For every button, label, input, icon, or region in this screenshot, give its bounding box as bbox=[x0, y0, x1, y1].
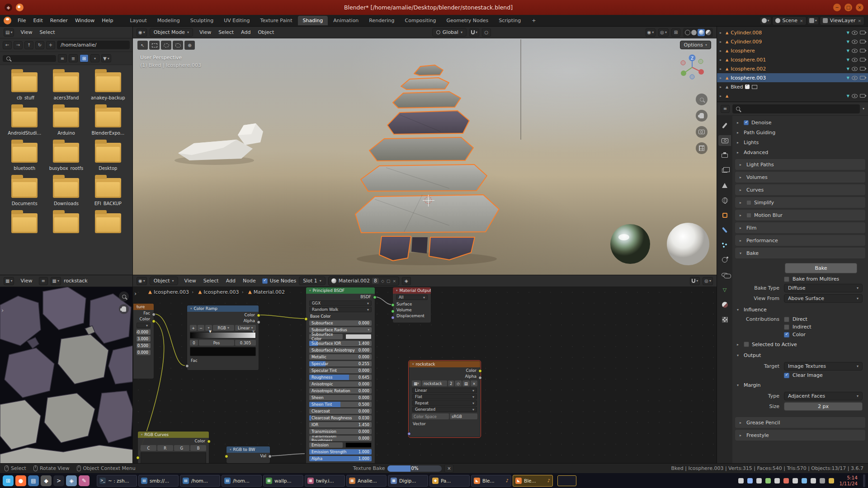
folder-item[interactable] bbox=[4, 213, 45, 236]
tray-icon[interactable] bbox=[829, 478, 834, 483]
tray-icon[interactable] bbox=[738, 478, 744, 483]
node-rgb-curves[interactable]: ▾RGB Curves Color C R G B bbox=[137, 431, 209, 463]
taskbar-window-button[interactable]: ◆ Pa... ♪ bbox=[429, 475, 470, 487]
tray-icon[interactable] bbox=[747, 478, 753, 483]
panel-section[interactable]: ▸ Curves bbox=[735, 184, 865, 195]
outliner-row[interactable]: ▸ ▲ Bked ▼ bbox=[717, 82, 868, 91]
viewport-menu[interactable]: Add bbox=[237, 28, 254, 37]
pin-icon[interactable]: ◈ bbox=[402, 277, 411, 285]
checkbox-icon[interactable] bbox=[745, 84, 750, 89]
file-search-input[interactable] bbox=[3, 55, 56, 62]
bake-button[interactable]: Bake bbox=[785, 263, 857, 273]
node-principled-bsdf[interactable]: ▾Principled BSDF BSDF GGX▾ Random Walk▾ … bbox=[306, 287, 375, 463]
curve-r-button[interactable]: R bbox=[157, 445, 173, 451]
solid-shading-icon[interactable] bbox=[691, 30, 697, 35]
hide-viewport-icon[interactable] bbox=[852, 40, 858, 44]
stone-3[interactable] bbox=[393, 92, 461, 108]
disable-render-icon[interactable] bbox=[860, 58, 865, 61]
zoom-icon[interactable] bbox=[696, 94, 708, 105]
direct-checkbox[interactable] bbox=[784, 317, 789, 322]
select-tool-icon[interactable]: ↖ bbox=[137, 41, 148, 50]
folder-item[interactable]: busybox_rootfs bbox=[45, 143, 87, 171]
folder-item[interactable] bbox=[45, 213, 87, 236]
workspace-tab[interactable]: Rendering bbox=[364, 16, 399, 25]
tab-material[interactable] bbox=[718, 299, 731, 310]
viewport-menu[interactable]: Select bbox=[215, 28, 237, 37]
bake-type-dropdown[interactable]: Diffuse▾ bbox=[784, 284, 863, 292]
bsdf-property-row[interactable]: Sheen 0.000 ▾ bbox=[309, 395, 372, 400]
bsdf-property-row[interactable]: Roughness 0.645 ▾ bbox=[309, 375, 372, 380]
folder-item[interactable]: _cb_stuff bbox=[4, 72, 45, 100]
color-checkbox[interactable] bbox=[784, 332, 789, 338]
users-count[interactable]: 8 bbox=[372, 278, 379, 284]
bsdf-property-row[interactable]: Emission ▾ bbox=[309, 442, 372, 448]
browse-image-icon[interactable]: ▦▾ bbox=[51, 277, 61, 285]
pack-image-icon[interactable]: ▤ bbox=[462, 380, 470, 386]
workspace-tab[interactable]: Scripting bbox=[494, 16, 526, 25]
workspace-tab[interactable]: UV Editing bbox=[219, 16, 255, 25]
add-workspace-button[interactable]: + bbox=[527, 16, 541, 25]
viewport-3d[interactable]: ◉▾ Object Mode▾ ViewSelectAddObject Glob… bbox=[133, 27, 717, 275]
bsdf-property-row[interactable]: Specular 0.255 ▾ bbox=[309, 361, 372, 366]
folder-item[interactable]: Downloads bbox=[45, 178, 87, 206]
menubar-menu[interactable]: Edit bbox=[29, 16, 46, 25]
object-mode-dropdown[interactable]: Object Mode▾ bbox=[150, 28, 193, 37]
color-mode-dropdown[interactable]: RGB▾ bbox=[213, 325, 234, 331]
tab-physics[interactable] bbox=[718, 254, 731, 265]
stop-index-field[interactable]: 0 bbox=[190, 340, 198, 346]
stone-6[interactable] bbox=[361, 164, 487, 191]
color-ramp-gradient[interactable]: ▼ ▼ bbox=[190, 332, 256, 338]
ramp-stop[interactable]: ▼ bbox=[252, 330, 255, 333]
node-material-output[interactable]: ▾Material Output All▾ Surface Volume Dis… bbox=[392, 287, 431, 323]
pan-hand-icon[interactable] bbox=[696, 110, 708, 122]
select-lasso-icon[interactable] bbox=[173, 41, 183, 50]
white-rock-pile[interactable] bbox=[178, 123, 263, 160]
margin-subpanel[interactable]: ▾Margin bbox=[732, 380, 868, 390]
remove-stop-button[interactable]: − bbox=[198, 325, 204, 331]
properties-filter-icon[interactable]: ≡ bbox=[721, 105, 730, 113]
selected-to-active-subpanel[interactable]: ▸Selected to Active bbox=[732, 339, 868, 349]
bsdf-property-row[interactable]: Metallic 0.000 ▾ bbox=[309, 354, 372, 360]
workspace-tab[interactable]: Texture Paint bbox=[255, 16, 297, 25]
expand-icon[interactable]: ▸ bbox=[720, 58, 723, 62]
disable-render-icon[interactable] bbox=[860, 49, 865, 52]
overlays-icon[interactable]: ◎▾ bbox=[658, 28, 669, 37]
rockstack-texture-image[interactable] bbox=[0, 287, 133, 463]
material-preview-icon[interactable] bbox=[698, 29, 705, 36]
influence-subpanel[interactable]: ▾Influence bbox=[732, 305, 868, 314]
node-canvas[interactable]: ture Fac Color ▾ 50.000 3.000 0.500 0.00… bbox=[133, 287, 717, 463]
tab-render[interactable] bbox=[718, 135, 731, 146]
taskbar-window-button[interactable]: ◣ Ble... ♪ bbox=[513, 475, 553, 487]
workspace-tab[interactable]: Geometry Nodes bbox=[441, 16, 493, 25]
bsdf-property-row[interactable]: Subsurface 0.000 ▾ bbox=[309, 320, 372, 326]
options-dropdown[interactable]: Options▾ bbox=[680, 41, 711, 49]
folder-item[interactable]: bluetooth bbox=[4, 143, 45, 171]
folder-item[interactable]: EFI_BACKUP bbox=[87, 178, 129, 206]
taskbar-window-button[interactable]: ▤ /hom... ♪ bbox=[222, 475, 262, 487]
window-menu-icon[interactable]: ◆ bbox=[5, 4, 12, 11]
outliner-row[interactable]: ▸ ▲ Icosphere.002 ▼ bbox=[717, 64, 868, 73]
remove-viewlayer-icon[interactable]: × bbox=[858, 19, 861, 23]
fake-user-shield-icon[interactable]: ◇ bbox=[381, 279, 384, 283]
tray-icon[interactable] bbox=[802, 478, 807, 483]
menubar-menu[interactable]: Help bbox=[98, 16, 117, 25]
taskbar-window-button[interactable]: ◣ Ble... ♪ bbox=[471, 475, 511, 487]
camera-view-icon[interactable] bbox=[696, 126, 708, 138]
workspace-tab[interactable]: Animation bbox=[328, 16, 363, 25]
panel-section[interactable]: ▸ Film bbox=[735, 222, 865, 233]
close-button[interactable]: × bbox=[856, 4, 863, 11]
hide-viewport-icon[interactable] bbox=[852, 67, 858, 71]
workspace-tab[interactable]: Compositing bbox=[400, 16, 441, 25]
overlays-icon[interactable]: ◎▾ bbox=[703, 277, 713, 285]
show-gizmo-icon[interactable]: ◉▾ bbox=[646, 28, 656, 37]
outliner-row[interactable]: ▸ ▲ Icosphere.001 ▼ bbox=[717, 55, 868, 64]
expand-icon[interactable]: ▸ bbox=[720, 40, 723, 44]
shader-menu[interactable]: Add bbox=[222, 277, 239, 285]
expand-icon[interactable]: ▸ bbox=[720, 94, 723, 98]
file-browser-menu[interactable]: Select bbox=[36, 28, 59, 37]
taskbar-app-icon[interactable]: ✎ bbox=[79, 475, 90, 486]
stone-5[interactable] bbox=[369, 137, 473, 161]
hide-viewport-icon[interactable] bbox=[852, 76, 858, 80]
tab-particles[interactable] bbox=[718, 239, 731, 250]
outliner-row[interactable]: ▸ ▲ Icosphere ▼ bbox=[717, 46, 868, 55]
